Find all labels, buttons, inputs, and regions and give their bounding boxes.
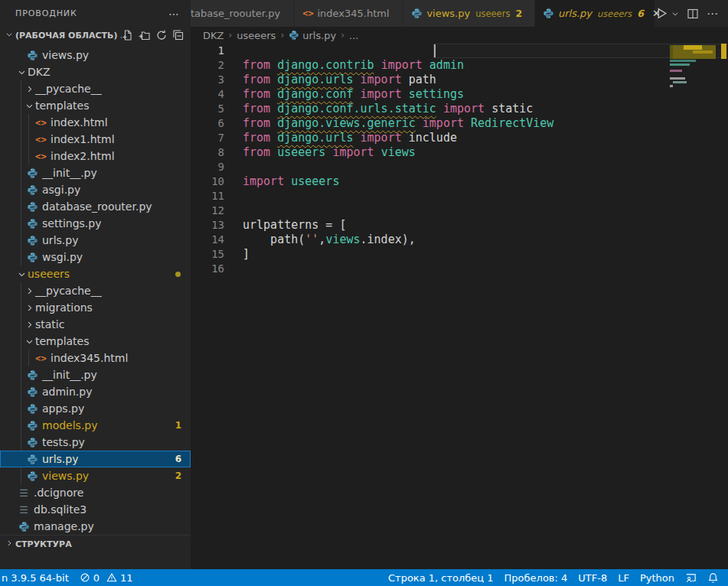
tab-index345.html[interactable]: <>index345.html bbox=[295, 0, 404, 27]
tree-item-label: models.py bbox=[42, 419, 98, 431]
tree-item-urls.py[interactable]: urls.py6 bbox=[0, 451, 191, 467]
tree-item-index.html[interactable]: <>index.html bbox=[0, 114, 191, 131]
line-number: 13 bbox=[191, 218, 224, 233]
code-editor[interactable]: 12from django.contrib import admin3from … bbox=[191, 44, 670, 276]
status-item--1-1[interactable]: Строка 1, столбец 1 bbox=[383, 569, 499, 586]
tree-item-label: migrations bbox=[35, 301, 93, 314]
new-folder-icon[interactable] bbox=[139, 29, 151, 41]
breadcrumb-item-useeers[interactable]: useeers bbox=[237, 30, 276, 41]
tree-item-asgi.py[interactable]: asgi.py bbox=[0, 181, 191, 198]
breadcrumb-item-label: urls.py bbox=[302, 30, 336, 41]
tab-bar: tabase_roouter.py<>index345.htmlviews.py… bbox=[191, 0, 728, 27]
tree-item-__pycache__[interactable]: __pycache__ bbox=[0, 282, 191, 299]
tree-item-manage.py[interactable]: manage.py bbox=[0, 518, 191, 535]
chevron-down-icon bbox=[25, 102, 34, 110]
tree-item-settings.py[interactable]: settings.py bbox=[0, 215, 191, 232]
tree-item-tests.py[interactable]: tests.py bbox=[0, 434, 191, 451]
status-bar: n 3.9.5 64-bit 0 11 Строка 1, столбец 1П… bbox=[0, 569, 728, 586]
code-line-8: 8from useeers import views bbox=[191, 145, 670, 160]
explorer-more-actions-icon[interactable]: ⋯ bbox=[168, 8, 180, 20]
tab-urls.py[interactable]: urls.pyuseeers6✕ bbox=[535, 0, 655, 27]
tree-item-useeers[interactable]: useeers bbox=[0, 265, 191, 282]
problems-count-badge: 1 bbox=[175, 420, 181, 431]
breadcrumb-item-DKZ[interactable]: DKZ bbox=[203, 30, 224, 41]
python-interpreter-status[interactable]: n 3.9.5 64-bit bbox=[0, 569, 74, 586]
breadcrumb-item-label: ... bbox=[349, 30, 358, 41]
html-file-icon: <> bbox=[35, 152, 47, 161]
code-text: from django.urls import path bbox=[224, 73, 436, 87]
code-line-11: 11 bbox=[191, 189, 670, 203]
tree-item-db.sqlite3[interactable]: ☰db.sqlite3 bbox=[0, 501, 191, 518]
status-item-lf[interactable]: LF bbox=[612, 569, 635, 586]
tree-item-admin.py[interactable]: admin.py bbox=[0, 383, 191, 400]
tab-problems-badge: 2 bbox=[515, 8, 522, 19]
tree-item-label: wsgi.py bbox=[42, 251, 83, 263]
python-file-icon bbox=[18, 521, 30, 532]
code-line-5: 5from django.conf.urls.static import sta… bbox=[191, 102, 670, 116]
problems-status[interactable]: 0 11 bbox=[74, 569, 139, 586]
tab-label: tabase_roouter.py bbox=[191, 8, 280, 19]
overview-ruler[interactable] bbox=[719, 27, 728, 569]
code-text bbox=[224, 44, 243, 58]
tree-item-__init__.py[interactable]: __init__.py bbox=[0, 366, 191, 383]
line-number: 11 bbox=[191, 189, 224, 203]
breadcrumb-item-urls.py[interactable]: urls.py bbox=[289, 30, 336, 41]
tab-views.py[interactable]: views.pyuseeers2 bbox=[403, 0, 535, 27]
tree-item-database_roouter.py[interactable]: database_roouter.py bbox=[0, 198, 191, 215]
tab-tabase_roouter.py[interactable]: tabase_roouter.py bbox=[191, 0, 295, 27]
tree-item-__init__.py[interactable]: __init__.py bbox=[0, 164, 191, 181]
tree-item-__pycache__[interactable]: __pycache__ bbox=[0, 80, 191, 97]
tree-item-views.py[interactable]: views.py bbox=[0, 47, 191, 63]
tree-item-views.py[interactable]: views.py2 bbox=[0, 467, 191, 484]
notifications-bell-icon[interactable] bbox=[702, 569, 728, 586]
tree-item-apps.py[interactable]: apps.py bbox=[0, 400, 191, 417]
tree-item-templates[interactable]: templates bbox=[0, 97, 191, 114]
tree-item-urls.py[interactable]: urls.py bbox=[0, 232, 191, 249]
tree-item-DKZ[interactable]: DKZ bbox=[0, 63, 191, 80]
tree-item-label: index345.html bbox=[51, 352, 128, 364]
tree-item-index345.html[interactable]: <>index345.html bbox=[0, 350, 191, 366]
run-python-file-button[interactable] bbox=[655, 7, 668, 20]
breadcrumb-item-...[interactable]: ... bbox=[349, 30, 358, 41]
tree-item-label: useeers bbox=[28, 268, 70, 280]
split-editor-button[interactable] bbox=[687, 8, 699, 20]
tree-item-label: templates bbox=[35, 335, 90, 347]
outline-section-header[interactable]: СТРУКТУРА bbox=[0, 535, 194, 552]
code-text: import useeers bbox=[224, 174, 339, 189]
status-item-utf-8[interactable]: UTF-8 bbox=[573, 569, 612, 586]
tree-item-.dcignore[interactable]: ☰.dcignore bbox=[0, 484, 191, 501]
python-file-icon bbox=[27, 386, 38, 398]
tab-label: views.py bbox=[426, 8, 470, 19]
feedback-icon[interactable] bbox=[680, 569, 702, 586]
collapse-all-icon[interactable] bbox=[172, 29, 184, 41]
run-dropdown-icon[interactable] bbox=[671, 10, 679, 18]
status-item--4[interactable]: Пробелов: 4 bbox=[499, 569, 573, 586]
minimap[interactable] bbox=[670, 44, 719, 135]
refresh-icon[interactable] bbox=[155, 29, 168, 41]
editor-actions: ⋯ bbox=[655, 0, 728, 27]
tree-item-migrations[interactable]: migrations bbox=[0, 299, 191, 316]
breadcrumb-separator-icon: › bbox=[280, 30, 284, 41]
tree-item-index1.html[interactable]: <>index1.html bbox=[0, 131, 191, 148]
python-file-icon bbox=[27, 201, 38, 213]
code-text: urlpatterns = [ bbox=[224, 218, 346, 233]
tree-item-label: index2.html bbox=[51, 150, 115, 162]
editor-group: tabase_roouter.py<>index345.htmlviews.py… bbox=[191, 0, 728, 569]
status-item-python[interactable]: Python bbox=[635, 569, 680, 586]
tree-item-label: tests.py bbox=[42, 436, 85, 448]
tree-item-static[interactable]: static bbox=[0, 316, 191, 333]
code-text: from useeers import views bbox=[224, 145, 416, 160]
chevron-right-icon bbox=[25, 85, 34, 93]
tree-item-templates[interactable]: templates bbox=[0, 333, 191, 350]
code-text bbox=[224, 203, 243, 218]
config-file-icon: ☰ bbox=[19, 488, 28, 498]
workspace-section-header[interactable]: (РАБОЧАЯ ОБЛАСТЬ) ... bbox=[0, 27, 191, 44]
more-actions-icon[interactable]: ⋯ bbox=[707, 7, 719, 21]
new-file-icon[interactable] bbox=[122, 29, 134, 41]
tree-item-models.py[interactable]: models.py1 bbox=[0, 417, 191, 434]
tree-item-index2.html[interactable]: <>index2.html bbox=[0, 148, 191, 164]
tab-description: useeers bbox=[597, 8, 632, 19]
tree-item-wsgi.py[interactable]: wsgi.py bbox=[0, 249, 191, 265]
code-text: path('',views.index), bbox=[224, 233, 416, 247]
tree-item-label: .dcignore bbox=[34, 487, 83, 499]
